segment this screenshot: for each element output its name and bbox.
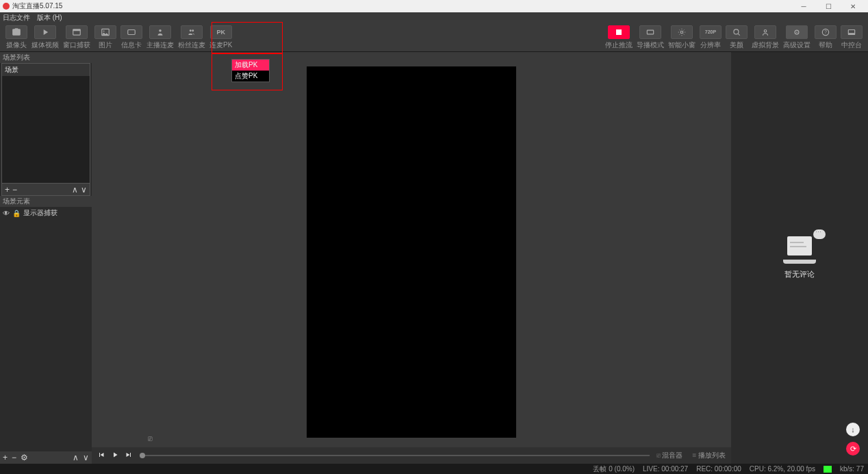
camera-icon — [5, 25, 27, 39]
minimize-button[interactable]: ─ — [791, 1, 816, 12]
download-fab[interactable]: ↓ — [846, 423, 860, 436]
stop-stream-button[interactable]: 停止推流 — [605, 25, 633, 50]
svg-rect-8 — [647, 30, 653, 34]
status-bar: 丢帧 0 (0.0%) LIVE: 00:00:27 REC: 00:00:00… — [0, 464, 868, 474]
host-mic-tool[interactable]: 主播连麦 — [146, 25, 174, 50]
director-mode-button[interactable]: 导播模式 — [637, 25, 664, 50]
tool-label: 分辨率 — [700, 40, 721, 50]
remove-scene-button[interactable]: − — [12, 185, 17, 195]
playback-bar: ⎚ 混音器 ≡ 播放列表 — [92, 447, 731, 464]
center-area: ⎚ ⎚ 混音器 ≡ 播放列表 — [92, 52, 731, 464]
element-move-up-button[interactable]: ∧ — [73, 453, 79, 462]
svg-point-10 — [734, 29, 739, 34]
svg-rect-17 — [848, 33, 854, 34]
preview-canvas[interactable] — [307, 66, 516, 438]
resolution-button[interactable]: 720P 分辨率 — [700, 25, 722, 50]
console-button[interactable]: 中控台 — [841, 25, 863, 50]
smart-pip-button[interactable]: 智能小窗 — [668, 25, 695, 50]
beauty-button[interactable]: 美颜 — [726, 25, 748, 50]
add-scene-button[interactable]: + — [5, 185, 10, 195]
play-icon — [34, 25, 56, 39]
window-controls: ─ ☐ ✕ — [791, 1, 865, 12]
comment-empty-icon — [783, 236, 816, 264]
comment-empty-state: 暂无评论 — [783, 236, 816, 279]
window-capture-tool[interactable]: 窗口捕获 — [63, 25, 90, 50]
scrubber[interactable] — [140, 455, 650, 456]
tool-label: 图片 — [99, 40, 112, 50]
visibility-icon[interactable]: 👁 — [3, 210, 10, 217]
remove-element-button[interactable]: − — [12, 453, 16, 462]
close-button[interactable]: ✕ — [841, 1, 865, 12]
svg-point-9 — [680, 31, 683, 34]
title-bar: 淘宝直播5.07.15 ─ ☐ ✕ — [0, 0, 868, 12]
image-tool[interactable]: 图片 — [94, 25, 116, 50]
settings-icon — [786, 25, 808, 39]
tool-label: 美颜 — [730, 40, 743, 50]
scene-list-header: 场景列表 — [0, 52, 92, 63]
toolbar: 摄像头 媒体视频 窗口捕获 图片 信息卡 主播连麦 粉丝连麦 PK 连麦PK — [0, 23, 868, 52]
director-icon — [639, 25, 661, 39]
play-button[interactable] — [111, 451, 119, 461]
maximize-button[interactable]: ☐ — [816, 1, 841, 12]
tool-label: 粉丝连麦 — [178, 40, 205, 50]
tool-label: 连麦PK — [209, 40, 232, 50]
prev-button[interactable] — [97, 451, 105, 461]
status-live: LIVE: 00:00:27 — [643, 465, 688, 473]
element-label: 显示器捕获 — [23, 208, 58, 218]
console-icon — [841, 25, 863, 39]
menu-version[interactable]: 版本 (H) — [37, 13, 62, 23]
scene-list[interactable]: 场景 — [1, 63, 90, 184]
move-down-button[interactable]: ∨ — [81, 185, 87, 195]
virtual-bg-button[interactable]: 虚拟背景 — [752, 25, 779, 50]
svg-point-5 — [159, 29, 162, 32]
cast-icon[interactable]: ⎚ — [148, 434, 153, 442]
menu-log-file[interactable]: 日志文件 — [3, 13, 30, 23]
pip-icon — [671, 25, 693, 39]
svg-text:?: ? — [824, 29, 827, 34]
scene-item[interactable]: 场景 — [2, 64, 90, 76]
lock-icon[interactable]: 🔒 — [12, 210, 21, 217]
right-panel: 暂无评论 ↓ ⟳ — [731, 52, 868, 464]
status-kbs: kb/s: 77 — [840, 465, 864, 473]
scene-controls: + − ∧ ∨ — [1, 184, 90, 196]
status-indicator-icon — [824, 466, 832, 473]
move-up-button[interactable]: ∧ — [72, 185, 78, 195]
left-panel: 场景列表 场景 + − ∧ ∨ 场景元素 👁 🔒 显示器捕获 + − ⚙ ∧ ∨ — [0, 52, 92, 464]
status-dropped: 丢帧 0 (0.0%) — [593, 464, 635, 474]
element-move-down-button[interactable]: ∨ — [83, 453, 89, 462]
refresh-fab[interactable]: ⟳ — [846, 442, 860, 456]
toolbar-left: 摄像头 媒体视频 窗口捕获 图片 信息卡 主播连麦 粉丝连麦 PK 连麦PK — [5, 25, 232, 50]
element-item[interactable]: 👁 🔒 显示器捕获 — [0, 207, 92, 219]
menu-bar: 日志文件 版本 (H) — [0, 12, 868, 23]
tool-label: 摄像头 — [6, 40, 27, 50]
tool-label: 信息卡 — [121, 40, 142, 50]
media-video-tool[interactable]: 媒体视频 — [31, 25, 59, 50]
tool-label: 虚拟背景 — [752, 40, 779, 50]
pk-icon: PK — [210, 25, 232, 39]
left-bottom-controls: + − ⚙ ∧ ∨ — [0, 451, 92, 464]
svg-point-6 — [190, 29, 192, 32]
fan-mic-tool[interactable]: 粉丝连麦 — [178, 25, 205, 50]
comment-empty-text: 暂无评论 — [784, 269, 815, 279]
tool-label: 主播连麦 — [146, 40, 174, 50]
next-button[interactable] — [125, 451, 133, 461]
camera-tool[interactable]: 摄像头 — [5, 25, 27, 50]
svg-point-3 — [103, 30, 105, 32]
svg-rect-1 — [73, 29, 81, 30]
app-title: 淘宝直播5.07.15 — [12, 1, 62, 11]
add-element-button[interactable]: + — [3, 453, 8, 462]
mic-icon — [149, 25, 171, 39]
help-button[interactable]: ? 帮助 — [815, 25, 837, 50]
element-list: 👁 🔒 显示器捕获 — [0, 207, 92, 451]
info-card-tool[interactable]: 信息卡 — [120, 25, 142, 50]
mixer-button[interactable]: ⎚ 混音器 — [656, 451, 683, 460]
svg-point-13 — [796, 32, 797, 33]
element-header: 场景元素 — [0, 196, 92, 207]
advanced-settings-button[interactable]: 高级设置 — [783, 25, 810, 50]
fab-buttons: ↓ ⟳ — [846, 423, 860, 456]
card-icon — [120, 25, 142, 39]
playlist-button[interactable]: ≡ 播放列表 — [692, 451, 726, 460]
tool-label: 媒体视频 — [31, 40, 59, 50]
settings-gear-button[interactable]: ⚙ — [21, 453, 28, 462]
pk-tool[interactable]: PK 连麦PK — [209, 25, 232, 50]
